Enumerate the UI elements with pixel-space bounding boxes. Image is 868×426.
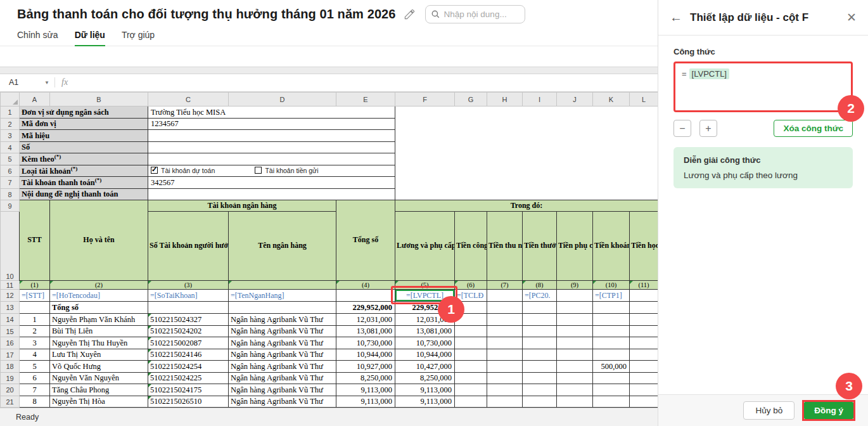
- header-stt[interactable]: STT: [20, 200, 50, 281]
- row-header[interactable]: 14: [1, 314, 20, 326]
- cell[interactable]: [395, 153, 658, 165]
- cell[interactable]: [20, 302, 50, 314]
- search-input[interactable]: [444, 10, 514, 19]
- row-header[interactable]: 8: [1, 188, 20, 200]
- cell[interactable]: [487, 314, 523, 326]
- cell-salary[interactable]: 9,113,000: [395, 396, 455, 408]
- cell-name[interactable]: Nguyễn Thị Hòa: [50, 396, 148, 408]
- name-box[interactable]: A1 ▼: [0, 78, 54, 87]
- row-header[interactable]: 19: [1, 372, 20, 384]
- cell-account[interactable]: 5102215002087: [148, 337, 229, 349]
- cell-package[interactable]: 500,000: [593, 361, 630, 373]
- cell-salary[interactable]: 13,081,000: [395, 325, 455, 337]
- cell-package[interactable]: [593, 349, 630, 361]
- cell-a12[interactable]: =[STT]: [20, 290, 50, 302]
- cell-label-row8[interactable]: Nội dung đề nghị thanh toán: [20, 188, 148, 200]
- cell-bank[interactable]: Ngân hàng Agribank Vũ Thư: [229, 349, 336, 361]
- cell-bank[interactable]: Ngân hàng Agribank Vũ Thư: [229, 372, 336, 384]
- cell-bank[interactable]: Ngân hàng Agribank Vũ Thư: [229, 314, 336, 326]
- cell[interactable]: [395, 177, 658, 189]
- cell-bank[interactable]: Ngân hàng Agribank Vũ Thư: [229, 325, 336, 337]
- cell[interactable]: [487, 302, 523, 314]
- cell-total[interactable]: 9,113,000: [336, 384, 395, 396]
- cell[interactable]: [557, 314, 593, 326]
- cell-stt[interactable]: 8: [20, 396, 50, 408]
- cell-label-row7[interactable]: Tài khoản thanh toán(*): [20, 177, 148, 189]
- header-scholarship[interactable]: Tiền học bổng: [630, 212, 658, 281]
- row-header[interactable]: 1: [1, 106, 20, 119]
- cell-stt[interactable]: 3: [20, 337, 50, 349]
- colnum-8[interactable]: (8): [523, 281, 557, 290]
- row-header[interactable]: 10: [1, 212, 20, 281]
- cell[interactable]: [523, 361, 557, 373]
- cell[interactable]: [630, 384, 658, 396]
- cell-account[interactable]: 5102215024225: [148, 372, 229, 384]
- header-name[interactable]: Họ và tên: [50, 200, 148, 281]
- checkbox-du-toan[interactable]: [151, 167, 158, 174]
- cell[interactable]: [523, 302, 557, 314]
- cell[interactable]: [630, 396, 658, 408]
- cell-stt[interactable]: 5: [20, 361, 50, 373]
- row-header[interactable]: 3: [1, 130, 20, 142]
- cell-account[interactable]: 5102215024202: [148, 325, 229, 337]
- cell[interactable]: [395, 130, 658, 142]
- col-header-a[interactable]: A: [20, 93, 50, 106]
- col-header-c[interactable]: C: [148, 93, 229, 106]
- cell-value-row7[interactable]: 342567: [148, 177, 395, 189]
- cell[interactable]: [557, 361, 593, 373]
- colnum-3[interactable]: (3): [148, 281, 229, 290]
- remove-formula-row-button[interactable]: −: [673, 120, 691, 137]
- row-header[interactable]: 6: [1, 165, 20, 177]
- cell-salary[interactable]: 10,944,000: [395, 349, 455, 361]
- cell-name[interactable]: Tăng Châu Phong: [50, 384, 148, 396]
- cell[interactable]: [455, 349, 487, 361]
- cell-value-row4[interactable]: [148, 141, 395, 153]
- header-salary[interactable]: Lương và phụ cấp theo lương: [395, 212, 455, 281]
- header-labor[interactable]: Tiền công lao động theo hợp đồng: [455, 212, 487, 281]
- cell[interactable]: [487, 361, 523, 373]
- tab-chinh-sua[interactable]: Chỉnh sửa: [17, 30, 58, 47]
- edit-title-icon[interactable]: [404, 8, 416, 21]
- confirm-button[interactable]: Đồng ý: [804, 402, 853, 419]
- colnum-3b[interactable]: [229, 281, 336, 290]
- cell[interactable]: [630, 302, 658, 314]
- colnum-7[interactable]: (7): [487, 281, 523, 290]
- cell-g12[interactable]: =[TCLĐ: [455, 290, 487, 302]
- colnum-6[interactable]: (6): [455, 281, 487, 290]
- total-row-total[interactable]: 229,952,000: [336, 302, 395, 314]
- tab-tro-giup[interactable]: Trợ giúp: [122, 30, 155, 47]
- row-header[interactable]: 11: [1, 281, 20, 290]
- cell-bank[interactable]: Ngân hàng Agribank Vũ Thư: [229, 361, 336, 373]
- header-allowance[interactable]: Tiền phụ cấp và trợ cấp khác: [557, 212, 593, 281]
- cell-package[interactable]: [593, 372, 630, 384]
- cell-name[interactable]: Lưu Thị Xuyên: [50, 349, 148, 361]
- cell-value-row8[interactable]: [148, 188, 395, 200]
- cell-name[interactable]: Nguyễn Thị Thu Huyền: [50, 337, 148, 349]
- header-bank-group[interactable]: Tài khoản ngân hàng: [148, 200, 336, 212]
- cell[interactable]: [455, 302, 487, 314]
- colnum-10[interactable]: (10): [593, 281, 630, 290]
- row-header[interactable]: 4: [1, 141, 20, 153]
- select-all-corner[interactable]: [1, 93, 20, 106]
- col-header-b[interactable]: B: [50, 93, 148, 106]
- cell-stt[interactable]: 7: [20, 384, 50, 396]
- cell[interactable]: [455, 337, 487, 349]
- cell[interactable]: [395, 118, 658, 130]
- row-header[interactable]: 18: [1, 361, 20, 373]
- cell-total[interactable]: 10,730,000: [336, 337, 395, 349]
- cell[interactable]: [455, 384, 487, 396]
- cell-package[interactable]: [593, 325, 630, 337]
- colnum-1[interactable]: (1): [20, 281, 50, 290]
- row-header[interactable]: 21: [1, 396, 20, 408]
- cell[interactable]: [557, 302, 593, 314]
- chevron-down-icon[interactable]: ▼: [44, 80, 49, 86]
- cell-bank[interactable]: Ngân hàng Agribank Vũ Thư: [229, 337, 336, 349]
- cell[interactable]: [557, 349, 593, 361]
- row-header[interactable]: 12: [1, 290, 20, 302]
- col-header-j[interactable]: J: [557, 93, 593, 106]
- cell-bank[interactable]: Ngân hàng Agribank Vũ Thư: [229, 396, 336, 408]
- cell[interactable]: [455, 314, 487, 326]
- col-header-i[interactable]: I: [523, 93, 557, 106]
- cell[interactable]: [557, 384, 593, 396]
- add-formula-row-button[interactable]: +: [699, 120, 717, 137]
